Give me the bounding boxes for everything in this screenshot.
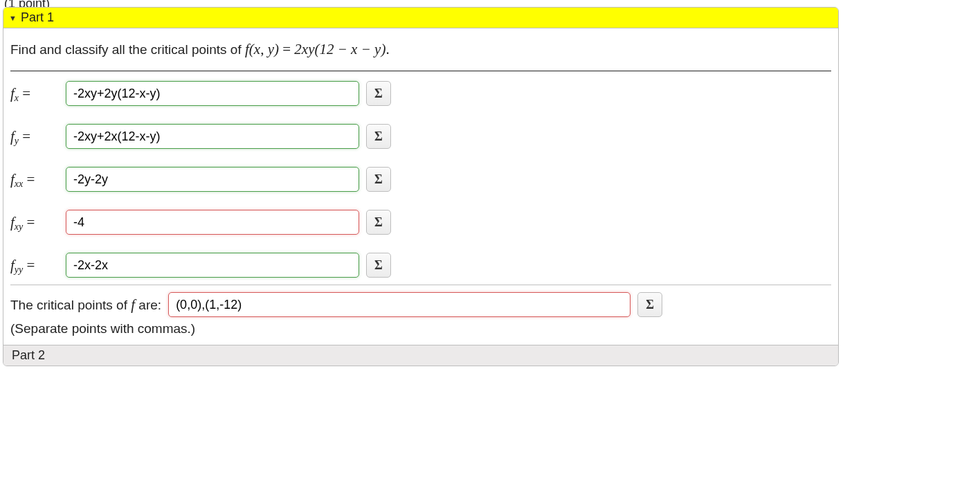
crit-label-post: are:	[135, 298, 161, 312]
row-fyy: fyy = Σ	[10, 253, 831, 278]
row-critical-points: The critical points of f are: Σ	[10, 292, 831, 317]
input-fx[interactable]	[66, 81, 359, 106]
label-fxx-eq: =	[23, 171, 35, 188]
row-fxx: fxx = Σ	[10, 167, 831, 192]
label-fx: fx =	[10, 85, 59, 102]
prompt-func-lhs: f(x, y)	[245, 41, 279, 57]
part1-header[interactable]: ▼ Part 1	[3, 8, 838, 28]
equation-editor-button[interactable]: Σ	[366, 81, 391, 106]
label-fxy-sub: xy	[15, 222, 23, 232]
row-fy: fy = Σ	[10, 124, 831, 149]
label-fy: fy =	[10, 128, 59, 145]
label-fyy-f: f	[10, 257, 15, 273]
prompt-func-rhs: 2xy(12 − x − y)	[294, 41, 385, 57]
prompt-period: .	[385, 41, 389, 57]
prompt-lead: Find and classify all the critical point…	[10, 42, 245, 57]
label-fx-f: f	[10, 85, 15, 102]
label-fxy-eq: =	[23, 214, 35, 231]
label-fxx-f: f	[10, 171, 15, 188]
equation-editor-button[interactable]: Σ	[637, 292, 662, 317]
row-fxy: fxy = Σ	[10, 210, 831, 235]
label-fxx-sub: xx	[15, 179, 23, 189]
prompt-equals: =	[279, 41, 294, 57]
input-fxy[interactable]	[66, 210, 359, 235]
input-fyy[interactable]	[66, 253, 359, 278]
label-fy-eq: =	[19, 128, 30, 145]
equation-editor-button[interactable]: Σ	[366, 167, 391, 192]
part1-body: Find and classify all the critical point…	[3, 28, 838, 345]
label-fx-eq: =	[19, 85, 30, 102]
equation-editor-button[interactable]: Σ	[366, 253, 391, 278]
question-prompt: Find and classify all the critical point…	[10, 41, 831, 58]
separator	[10, 71, 831, 71]
part2-title: Part 2	[12, 348, 45, 363]
label-fyy: fyy =	[10, 257, 59, 274]
row-fx: fx = Σ	[10, 81, 831, 106]
points-fragment: (1 point)	[3, 0, 977, 7]
part1-title: Part 1	[21, 10, 54, 25]
input-fxx[interactable]	[66, 167, 359, 192]
label-fxy-f: f	[10, 214, 15, 231]
equation-editor-button[interactable]: Σ	[366, 124, 391, 149]
label-fy-sub: y	[15, 136, 19, 146]
label-fxy: fxy =	[10, 214, 59, 231]
problem-container: ▼ Part 1 Find and classify all the criti…	[3, 7, 839, 366]
separator-thin	[10, 285, 831, 285]
label-fx-sub: x	[15, 93, 19, 103]
crit-label-pre: The critical points of	[10, 298, 131, 312]
label-fxx: fxx =	[10, 171, 59, 188]
hint-text: (Separate points with commas.)	[10, 321, 831, 336]
label-fyy-sub: yy	[15, 264, 23, 275]
input-fy[interactable]	[66, 124, 359, 149]
label-fy-f: f	[10, 128, 15, 145]
part2-header[interactable]: Part 2	[3, 345, 838, 366]
label-critical-points: The critical points of f are:	[10, 296, 161, 314]
equation-editor-button[interactable]: Σ	[366, 210, 391, 235]
input-critical-points[interactable]	[168, 292, 630, 317]
label-fyy-eq: =	[23, 257, 35, 273]
collapse-icon: ▼	[9, 14, 17, 22]
